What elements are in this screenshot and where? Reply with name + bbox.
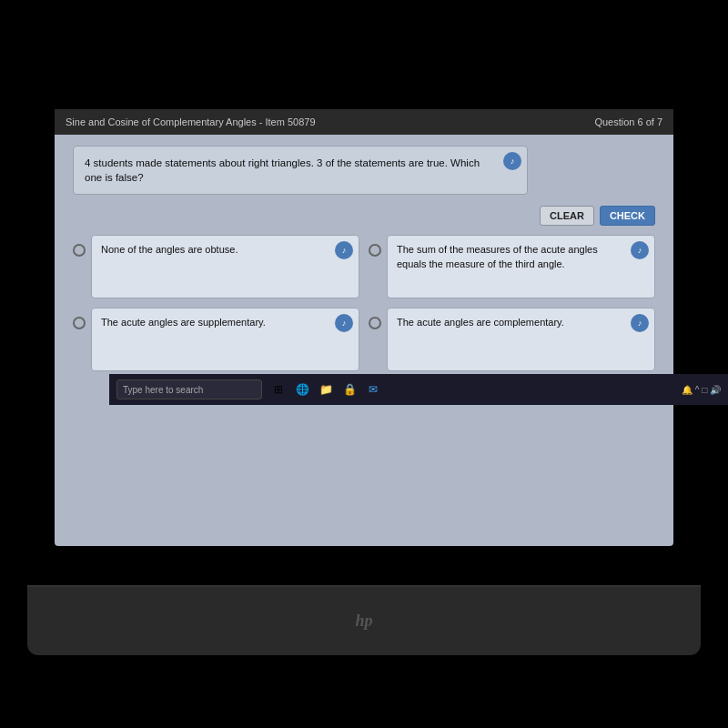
screen-area: Sine and Cosine of Complementary Angles … <box>55 109 673 546</box>
option-b-wrapper: The sum of the measures of the acute ang… <box>369 235 655 298</box>
taskbar-icon-mail[interactable]: ✉ <box>364 380 382 399</box>
option-d-text: The acute angles are complementary. <box>397 317 564 328</box>
question-count: Question 6 of 7 <box>594 116 662 127</box>
option-d-box[interactable]: The acute angles are complementary. ♪ <box>387 308 655 371</box>
option-a-box[interactable]: None of the angles are obtuse. ♪ <box>91 235 359 298</box>
taskbar-icon-files[interactable]: 📁 <box>317 380 335 399</box>
option-c-text: The acute angles are supplementary. <box>101 317 266 328</box>
option-b-radio[interactable] <box>369 244 381 257</box>
taskbar-icon-lock[interactable]: 🔒 <box>340 380 359 399</box>
search-placeholder: Type here to search <box>123 385 203 395</box>
laptop-bottom: hp <box>27 587 701 655</box>
question-audio-button[interactable]: ♪ <box>503 152 521 170</box>
taskbar-icon-browser[interactable]: 🌐 <box>293 380 311 399</box>
option-a-wrapper: None of the angles are obtuse. ♪ <box>73 235 359 298</box>
content-area: 4 students made statements about right t… <box>55 135 673 380</box>
option-a-radio[interactable] <box>73 244 86 257</box>
clear-button[interactable]: CLEAR <box>540 206 594 226</box>
option-c-audio-button[interactable]: ♪ <box>335 314 353 332</box>
options-grid: None of the angles are obtuse. ♪ The sum… <box>73 235 655 371</box>
hp-logo: hp <box>355 612 372 631</box>
option-c-radio[interactable] <box>73 317 86 329</box>
option-b-text: The sum of the measures of the acute ang… <box>397 244 598 268</box>
option-a-audio-button[interactable]: ♪ <box>335 241 353 259</box>
option-c-box[interactable]: The acute angles are supplementary. ♪ <box>91 308 359 371</box>
option-b-box[interactable]: The sum of the measures of the acute ang… <box>387 235 655 298</box>
option-d-radio[interactable] <box>369 317 381 329</box>
taskbar-right: 🔔 ^ □ 🔊 <box>682 385 721 395</box>
taskbar-icon-start[interactable]: ⊞ <box>269 380 288 399</box>
buttons-row: CLEAR CHECK <box>73 206 655 226</box>
option-d-wrapper: The acute angles are complementary. ♪ <box>369 308 655 371</box>
question-box: 4 students made statements about right t… <box>73 146 528 195</box>
page-title: Sine and Cosine of Complementary Angles … <box>66 116 316 127</box>
option-a-text: None of the angles are obtuse. <box>101 244 238 255</box>
top-bar: Sine and Cosine of Complementary Angles … <box>55 109 673 135</box>
option-d-audio-button[interactable]: ♪ <box>631 314 649 332</box>
option-b-audio-button[interactable]: ♪ <box>631 241 649 259</box>
search-bar[interactable]: Type here to search <box>116 379 262 399</box>
taskbar-system-icons: 🔔 ^ □ 🔊 <box>682 385 721 395</box>
taskbar: Type here to search ⊞ 🌐 📁 🔒 ✉ 🔔 ^ □ 🔊 <box>109 374 728 405</box>
question-text: 4 students made statements about right t… <box>85 157 480 183</box>
taskbar-icons: ⊞ 🌐 📁 🔒 ✉ <box>269 380 382 399</box>
option-c-wrapper: The acute angles are supplementary. ♪ <box>73 308 359 371</box>
check-button[interactable]: CHECK <box>600 206 655 226</box>
